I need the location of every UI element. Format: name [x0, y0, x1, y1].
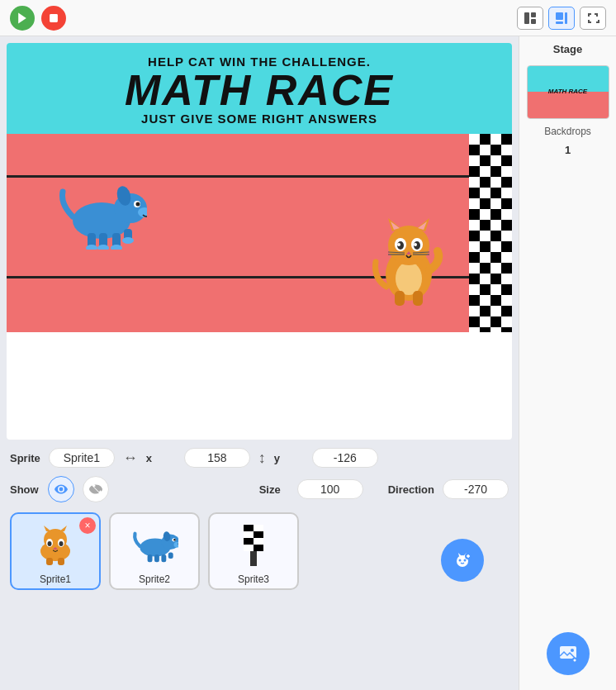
svg-point-59	[173, 539, 176, 541]
dog-sprite	[56, 179, 155, 254]
svg-rect-3	[531, 12, 536, 17]
svg-marker-77	[458, 553, 462, 556]
top-bar	[0, 0, 616, 36]
svg-point-20	[97, 245, 109, 250]
green-flag-button[interactable]	[10, 6, 35, 31]
svg-rect-52	[46, 558, 53, 565]
left-panel: HELP CAT WIN THE CHALLENGE. MATH RACE JU…	[0, 36, 519, 690]
y-coord-icon: ↕	[258, 450, 266, 467]
bottom-area: ×	[10, 512, 509, 590]
svg-rect-5	[556, 12, 563, 20]
svg-marker-49	[44, 526, 51, 531]
size-value[interactable]: 100	[297, 479, 363, 499]
svg-point-83	[571, 649, 574, 652]
x-coord-icon: ↔	[123, 450, 138, 467]
y-label: y	[274, 452, 304, 464]
svg-point-24	[396, 262, 422, 295]
y-value[interactable]: -126	[312, 448, 378, 468]
show-row: Show Size 100 Direction -270	[10, 476, 509, 502]
stage-section-title: Stage	[553, 43, 582, 55]
svg-rect-6	[565, 12, 567, 24]
svg-rect-72	[244, 545, 254, 551]
x-label: x	[146, 452, 176, 464]
svg-point-76	[464, 559, 467, 562]
x-value[interactable]: 158	[184, 448, 250, 468]
sprite1-name: Sprite1	[40, 573, 71, 585]
direction-label: Direction	[388, 483, 434, 496]
sprites-grid: ×	[10, 512, 509, 590]
svg-marker-50	[59, 526, 67, 531]
sprite3-image	[225, 521, 282, 570]
right-panel: Stage MATH RACE Backdrops 1	[519, 36, 616, 690]
svg-point-48	[59, 541, 64, 546]
stop-button[interactable]	[41, 6, 66, 31]
top-bar-right	[517, 7, 606, 30]
subtitle-text: JUST GIVE SOME RIGHT ANSWERS	[13, 112, 505, 126]
fullscreen-button[interactable]	[580, 7, 606, 30]
svg-rect-4	[531, 19, 536, 24]
sprite2-image	[126, 521, 183, 570]
svg-rect-71	[254, 538, 263, 545]
show-label: Show	[10, 483, 40, 496]
sprite-label: Sprite	[10, 452, 40, 464]
svg-rect-41	[395, 291, 405, 306]
svg-rect-69	[254, 531, 263, 538]
stage-thumbnail[interactable]: MATH RACE	[527, 65, 609, 119]
checkered-flag	[469, 134, 512, 332]
svg-rect-68	[244, 531, 254, 538]
svg-rect-42	[413, 291, 423, 306]
show-visible-button[interactable]	[48, 476, 74, 502]
stage-banner: HELP CAT WIN THE CHALLENGE. MATH RACE JU…	[7, 43, 512, 134]
svg-point-19	[86, 245, 97, 250]
svg-marker-0	[18, 12, 26, 23]
backdrops-count: 1	[565, 144, 571, 156]
layout1-button[interactable]	[517, 7, 543, 30]
svg-rect-1	[50, 14, 58, 22]
sprite3-name: Sprite3	[238, 573, 269, 585]
math-race-title: MATH RACE	[13, 69, 505, 112]
sprite-name-value[interactable]: Sprite1	[49, 448, 115, 468]
sprite1-image	[26, 521, 84, 570]
sprite-card-2[interactable]: Sprite2	[109, 512, 200, 590]
layout2-button[interactable]	[548, 7, 575, 30]
svg-point-25	[388, 226, 429, 265]
svg-rect-64	[168, 552, 173, 559]
svg-rect-2	[524, 12, 529, 24]
sprite-card-3[interactable]: Sprite3	[208, 512, 299, 590]
add-sprite-button[interactable]	[441, 539, 484, 582]
svg-point-21	[111, 245, 122, 250]
show-hidden-button[interactable]	[83, 476, 109, 502]
controls-panel: Sprite Sprite1 ↔ x 158 ↕ y -126 Show	[0, 440, 519, 690]
svg-rect-67	[254, 525, 263, 531]
svg-point-35	[414, 243, 417, 246]
svg-rect-73	[254, 545, 263, 551]
stage-thumb-inner: MATH RACE	[528, 66, 609, 118]
svg-rect-70	[244, 538, 254, 545]
svg-rect-7	[556, 21, 563, 24]
cat-sprite	[372, 217, 454, 316]
race-track	[7, 134, 512, 332]
direction-value[interactable]: -270	[443, 479, 509, 499]
backdrops-label: Backdrops	[544, 126, 591, 137]
svg-rect-66	[244, 525, 254, 531]
stage-view: HELP CAT WIN THE CHALLENGE. MATH RACE JU…	[7, 43, 512, 440]
svg-point-34	[397, 243, 400, 246]
add-backdrop-button[interactable]	[547, 632, 590, 675]
svg-rect-63	[161, 554, 166, 562]
svg-rect-53	[58, 558, 64, 565]
delete-sprite1-button[interactable]: ×	[79, 517, 96, 534]
main-content: HELP CAT WIN THE CHALLENGE. MATH RACE JU…	[0, 36, 616, 690]
svg-point-47	[48, 541, 52, 546]
svg-rect-61	[148, 554, 153, 562]
svg-point-75	[459, 559, 462, 562]
sprite-card-1[interactable]: ×	[10, 512, 101, 590]
track-line-top	[7, 175, 512, 178]
svg-rect-62	[154, 554, 159, 562]
sprite2-name: Sprite2	[139, 573, 170, 585]
size-label: Size	[259, 483, 289, 496]
svg-point-13	[136, 202, 140, 207]
top-bar-left	[10, 6, 66, 31]
sprite-name-row: Sprite Sprite1 ↔ x 158 ↕ y -126	[10, 448, 509, 468]
svg-point-22	[122, 237, 134, 244]
